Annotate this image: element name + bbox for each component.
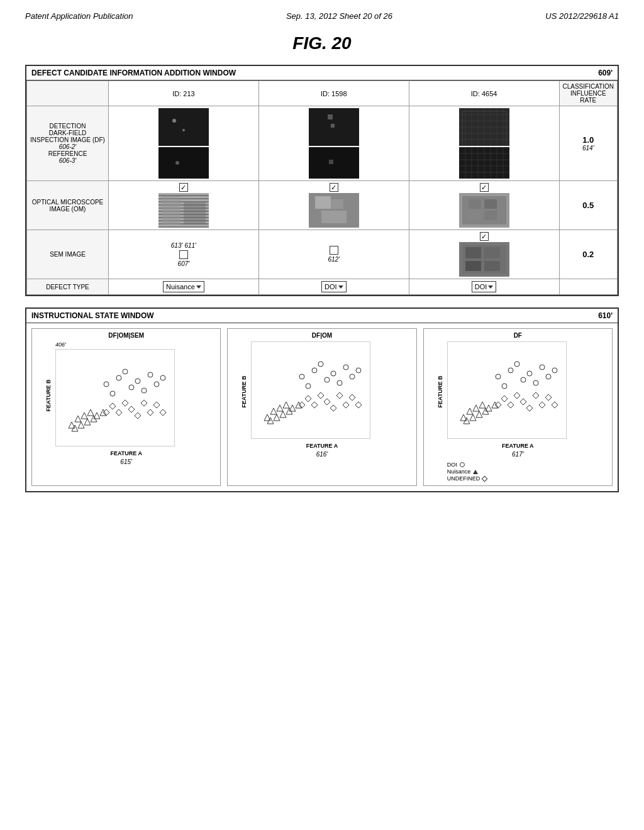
defect-window: DEFECT CANDIDATE INFORMATION ADDITION WI…	[25, 65, 619, 296]
panel-3-y-axis: FEATURE B	[437, 375, 443, 407]
svg-marker-73	[153, 402, 160, 408]
svg-point-90	[331, 371, 336, 376]
svg-point-64	[160, 375, 165, 380]
checkbox-sem-1598[interactable]	[330, 246, 338, 255]
svg-marker-52	[87, 409, 94, 416]
svg-marker-76	[274, 414, 280, 421]
svg-marker-47	[84, 419, 91, 425]
svg-point-1	[182, 129, 185, 131]
svg-marker-104	[355, 402, 362, 408]
svg-marker-99	[330, 405, 336, 411]
svg-point-56	[116, 375, 121, 380]
svg-marker-100	[336, 392, 343, 399]
cell-rate-sem: 0.2	[559, 230, 618, 279]
cell-defect-type-id213: Nuisance	[109, 279, 259, 295]
panel-1-scatter-label: 406'	[55, 341, 217, 348]
rate-3: 0.2	[563, 250, 614, 259]
svg-rect-31	[184, 202, 206, 224]
svg-rect-38	[469, 211, 481, 220]
svg-point-57	[129, 385, 134, 390]
svg-point-122	[540, 365, 545, 370]
svg-point-89	[306, 384, 311, 389]
ref-label: REFERENCE	[30, 150, 105, 157]
panel-1-x-axis: FEATURE A	[35, 450, 217, 456]
svg-point-88	[318, 362, 323, 367]
checkbox-om-4654[interactable]	[480, 183, 489, 192]
dropdown-defect-213[interactable]: Nuisance	[163, 281, 204, 292]
svg-marker-106	[470, 414, 476, 421]
svg-point-115	[496, 374, 501, 379]
svg-marker-70	[141, 400, 147, 406]
detection-label: DETECTION	[30, 123, 105, 130]
svg-point-94	[356, 368, 361, 373]
svg-marker-66	[116, 409, 122, 416]
scatter-panel-3: DF FEATURE B	[423, 328, 613, 486]
svg-marker-134	[552, 402, 558, 408]
svg-point-60	[135, 379, 140, 384]
dropdown-arrow-1598	[338, 285, 343, 289]
rate-1: 1.0	[563, 135, 614, 145]
instructional-body: DF|OM|SEM FEATURE B 406'	[26, 323, 618, 491]
cell-defect-type-id4654: DOI	[409, 279, 559, 295]
legend-nuisance: Nuisance	[447, 468, 609, 475]
dropdown-value-1598: DOI	[325, 283, 337, 290]
svg-rect-32	[315, 196, 331, 209]
svg-marker-127	[514, 392, 520, 399]
cell-df-id4654	[409, 106, 559, 181]
defect-window-title: DEFECT CANDIDATE INFORMATION ADDITION WI…	[31, 69, 236, 77]
legend-undefined-shape	[482, 475, 488, 482]
legend-doi-shape	[460, 462, 465, 467]
panel-2-x-axis: FEATURE A	[231, 443, 413, 449]
svg-marker-130	[533, 392, 539, 399]
scatter-svg-2	[251, 341, 370, 439]
legend-undefined: UNDEFINED	[447, 475, 609, 482]
svg-point-62	[148, 372, 153, 377]
scatter-svg-1	[55, 349, 175, 446]
checkbox-om-213[interactable]	[179, 183, 188, 192]
legend-nuisance-label: Nuisance	[447, 468, 471, 475]
cell-rate-om: 0.5	[559, 181, 618, 230]
fig-title: FIG. 20	[0, 33, 644, 53]
svg-rect-5	[329, 160, 333, 164]
dropdown-defect-1598[interactable]: DOI	[321, 281, 347, 292]
svg-marker-129	[526, 405, 533, 411]
dropdown-arrow-4654	[488, 285, 493, 289]
svg-point-120	[527, 371, 532, 376]
legend: DOI Nuisance UNDEFINED	[447, 462, 609, 482]
svg-marker-96	[311, 402, 318, 408]
svg-rect-33	[331, 199, 343, 209]
svg-marker-109	[467, 408, 473, 414]
checkbox-om-1598[interactable]	[330, 183, 338, 192]
num-607: 607'	[178, 260, 190, 267]
col-id2: ID: 1598	[258, 81, 409, 106]
svg-point-92	[343, 365, 348, 370]
svg-marker-77	[280, 411, 286, 418]
checkbox-sem-213[interactable]	[179, 250, 188, 259]
cell-rate-detection: 1.0 614'	[559, 106, 618, 181]
svg-rect-44	[484, 261, 500, 271]
svg-point-2	[175, 161, 179, 165]
svg-marker-125	[501, 396, 508, 402]
svg-rect-30	[162, 196, 180, 224]
svg-point-0	[172, 119, 176, 123]
legend-nuisance-shape	[473, 470, 478, 474]
dropdown-arrow-213	[196, 285, 201, 289]
defect-table: ID: 213 ID: 1598 ID: 4654 CLASSIFICATION…	[26, 80, 618, 295]
svg-marker-82	[283, 402, 289, 408]
panel-3-x-axis: FEATURE A	[427, 443, 609, 449]
num-612: 612'	[328, 256, 340, 263]
svg-marker-81	[277, 405, 283, 411]
panel-1-label: DF|OM|SEM	[35, 332, 217, 339]
svg-marker-68	[128, 406, 135, 412]
checkbox-sem-4654[interactable]	[480, 232, 489, 241]
dropdown-defect-4654[interactable]: DOI	[472, 281, 497, 292]
instructional-header: INSTRUCTIONAL STATE WINDOW 610'	[26, 309, 618, 323]
cell-defect-type-id1598: DOI	[258, 279, 409, 295]
svg-point-55	[104, 382, 109, 387]
om-label: OPTICAL MICROSCOPE IMAGE (OM)	[30, 199, 105, 213]
svg-marker-126	[508, 402, 514, 408]
main-content: DEFECT CANDIDATE INFORMATION ADDITION WI…	[0, 65, 644, 492]
col-id1: ID: 213	[109, 81, 259, 106]
rate-2: 0.5	[563, 201, 614, 210]
dropdown-value-213: Nuisance	[166, 283, 195, 290]
